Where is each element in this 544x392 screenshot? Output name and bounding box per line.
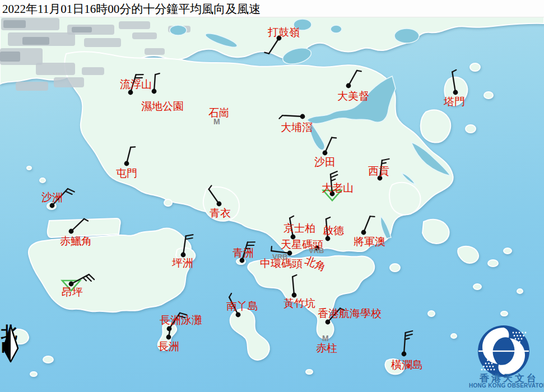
barb-tick bbox=[271, 246, 272, 251]
station-label: 大老山 bbox=[322, 183, 354, 193]
wind-barbs-layer bbox=[0, 0, 544, 392]
station-dot bbox=[124, 161, 129, 166]
station-dot bbox=[326, 320, 331, 325]
station-dot bbox=[166, 335, 171, 340]
station-label: 黃竹坑 bbox=[283, 298, 315, 309]
north-indicator: 北 N bbox=[1, 325, 24, 392]
station-label: 京士柏 bbox=[283, 223, 315, 234]
hko-logo: 香港天文台 HONG KONG OBSERVATORY bbox=[468, 325, 544, 392]
station-label: 大埔滘 bbox=[281, 122, 313, 133]
barb-tick bbox=[89, 274, 94, 279]
barb-tick bbox=[185, 238, 193, 239]
barb-tick bbox=[326, 217, 330, 219]
map-title: 2022年11月01日16時00分的十分鐘平均風向及風速 bbox=[2, 1, 261, 17]
station-label: 西貢 bbox=[368, 166, 389, 176]
station-label: 青洲 bbox=[233, 248, 254, 258]
barb-tick bbox=[292, 275, 296, 277]
station-label: 青衣 bbox=[210, 208, 231, 218]
barb-tick bbox=[83, 278, 86, 281]
station-label: 昂坪 bbox=[62, 287, 83, 297]
wind-barb bbox=[325, 138, 336, 153]
station-dot bbox=[402, 352, 407, 357]
station-dot bbox=[217, 202, 222, 207]
barb-tick bbox=[331, 171, 337, 174]
barb-tick bbox=[264, 53, 269, 54]
station-label: 塔門 bbox=[444, 96, 465, 107]
barb-tick bbox=[382, 163, 386, 164]
barb-tick bbox=[290, 216, 294, 218]
wind-map-screenshot: 打鼓嶺流浮山濕地公園石崗M大美督塔門大埔滘沙田西貢沙洲屯門大老山青衣赤鱲角京士柏… bbox=[0, 0, 544, 392]
wind-barb bbox=[264, 38, 279, 54]
title-bar: 2022年11月01日16時00分的十分鐘平均風向及風速 bbox=[0, 0, 544, 17]
station-dot bbox=[323, 151, 328, 156]
variable-wind-flag: VRB bbox=[309, 247, 324, 254]
station-dot bbox=[69, 229, 74, 234]
barb-tick bbox=[186, 235, 193, 236]
wind-barb bbox=[209, 185, 219, 204]
barb-tick bbox=[68, 189, 75, 192]
barb-tick bbox=[155, 73, 160, 74]
station-label: 南丫島 bbox=[226, 301, 258, 311]
station-label: 長洲 bbox=[158, 341, 179, 352]
station-label: 中環碼頭 bbox=[260, 258, 303, 269]
missing-data-flag: M bbox=[322, 334, 329, 342]
wind-barb bbox=[292, 275, 296, 295]
barb-tick bbox=[405, 334, 412, 336]
station-dot bbox=[300, 114, 305, 119]
barb-tick bbox=[279, 115, 282, 119]
station-label: 屯門 bbox=[116, 168, 137, 179]
wind-barb bbox=[154, 73, 160, 91]
barb-tick bbox=[331, 179, 335, 181]
station-dot bbox=[361, 230, 366, 235]
hko-name-en: HONG KONG OBSERVATORY bbox=[469, 382, 544, 389]
station-label: 打鼓嶺 bbox=[268, 27, 300, 38]
barb-tick bbox=[229, 293, 231, 297]
north-arrow-icon bbox=[1, 325, 24, 364]
wind-barb bbox=[127, 147, 135, 164]
station-label: 濕地公園 bbox=[141, 101, 184, 111]
station-label: 長洲泳灘 bbox=[160, 315, 202, 325]
barb-tick bbox=[370, 216, 375, 217]
barb-tick bbox=[382, 159, 389, 160]
station-dot bbox=[236, 312, 241, 318]
station-label: 啟德 bbox=[323, 225, 344, 236]
station-dot bbox=[128, 90, 133, 95]
barb-tick bbox=[84, 219, 88, 221]
station-label: 赤柱 bbox=[316, 343, 337, 353]
barb-tick bbox=[357, 71, 361, 72]
barb-tick bbox=[332, 138, 336, 138]
barb-tick bbox=[86, 276, 91, 281]
station-dot bbox=[453, 90, 458, 95]
station-label: 將軍澳 bbox=[354, 236, 385, 247]
missing-data-flag: M bbox=[213, 118, 220, 125]
barb-tick bbox=[66, 191, 72, 194]
barb-tick bbox=[209, 185, 212, 189]
station-label: 橫瀾島 bbox=[391, 360, 423, 370]
wind-barb bbox=[279, 115, 303, 119]
station-label: 香港航海學校 bbox=[318, 308, 382, 319]
station-label: 流浮山 bbox=[120, 79, 152, 90]
station-dot bbox=[50, 203, 55, 208]
station-dot bbox=[326, 236, 331, 241]
station-dot bbox=[152, 89, 157, 94]
barb-tick bbox=[131, 147, 135, 147]
barb-tick bbox=[452, 70, 456, 72]
station-label: 大美督 bbox=[337, 91, 369, 101]
wind-barb bbox=[183, 235, 193, 255]
wind-barb bbox=[404, 331, 412, 354]
wind-barb bbox=[452, 70, 456, 92]
barb-tick bbox=[406, 331, 413, 333]
station-label: 赤鱲角 bbox=[60, 236, 92, 246]
station-label: 坪洲 bbox=[172, 258, 193, 268]
wind-barb bbox=[71, 274, 94, 284]
station-label: 沙洲 bbox=[41, 192, 63, 203]
wind-barb bbox=[348, 71, 361, 86]
wind-barb bbox=[364, 216, 375, 232]
station-dot bbox=[287, 251, 292, 256]
station-label: 沙田 bbox=[314, 157, 336, 167]
wind-barb bbox=[71, 219, 88, 231]
station-dot bbox=[346, 83, 351, 88]
barb-tick bbox=[331, 175, 337, 178]
